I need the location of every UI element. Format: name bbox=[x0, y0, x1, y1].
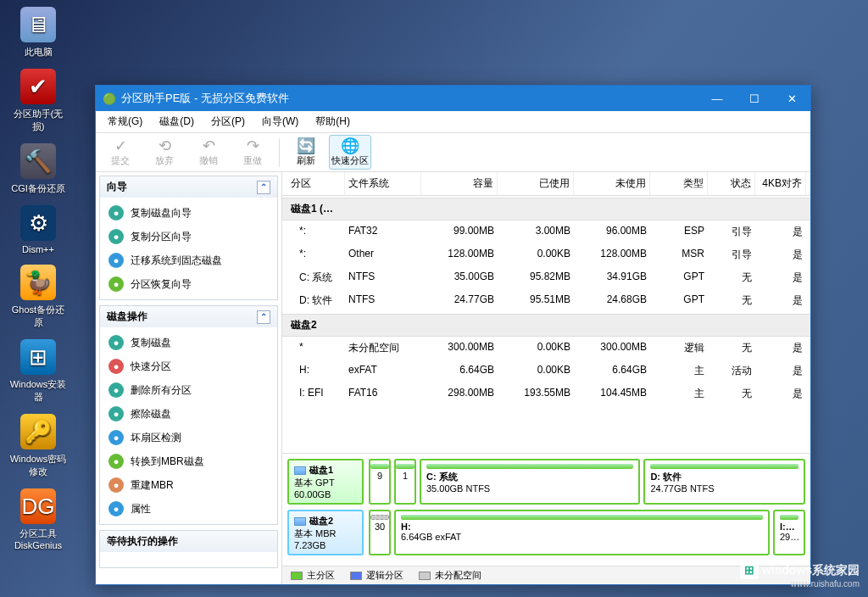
column-header[interactable]: 未使用 bbox=[574, 172, 650, 195]
titlebar[interactable]: 🟢 分区助手PE版 - 无损分区免费软件 — ☐ ✕ bbox=[96, 86, 810, 111]
toolbar: ✓提交⟲放弃↶撤销↷重做🔄刷新🌐快速分区 bbox=[96, 133, 810, 172]
desktop-icon[interactable]: 🖥此电脑 bbox=[8, 7, 68, 59]
sidebar-item[interactable]: ●擦除磁盘 bbox=[103, 402, 274, 426]
column-header[interactable]: 已使用 bbox=[498, 172, 574, 195]
sidebar-item[interactable]: ●快速分区 bbox=[103, 354, 274, 378]
column-header[interactable]: 类型 bbox=[650, 172, 708, 195]
desktop-icon[interactable]: 🦆Ghost备份还原 bbox=[8, 265, 68, 329]
partition-row[interactable]: H:exFAT6.64GB0.00KB6.64GB主活动是 bbox=[282, 360, 810, 382]
partition-row[interactable]: D: 软件NTFS24.77GB95.51MB24.68GBGPT无是 bbox=[282, 289, 810, 312]
table-header: 分区文件系统容量已使用未使用类型状态4KB对齐 bbox=[282, 172, 810, 196]
legend: 主分区 逻辑分区 未分配空间 bbox=[282, 566, 810, 584]
partition-row[interactable]: *未分配空间300.00MB0.00KB300.00MB逻辑无是 bbox=[282, 337, 810, 360]
desktop-icon[interactable]: ⊞Windows安装器 bbox=[8, 339, 68, 404]
menu-item[interactable]: 磁盘(D) bbox=[153, 112, 201, 131]
sidebar-item[interactable]: ●坏扇区检测 bbox=[103, 426, 274, 449]
partition-row[interactable]: *:Other128.00MB0.00KB128.00MBMSR引导是 bbox=[282, 243, 810, 266]
maximize-button[interactable]: ☐ bbox=[736, 86, 773, 111]
sidebar-item[interactable]: ●分区恢复向导 bbox=[103, 272, 274, 296]
sidebar-item[interactable]: ●删除所有分区 bbox=[103, 378, 274, 402]
close-button[interactable]: ✕ bbox=[773, 86, 810, 111]
partition-row[interactable]: *:FAT3299.00MB3.00MB96.00MBESP引导是 bbox=[282, 220, 810, 243]
window-title: 分区助手PE版 - 无损分区免费软件 bbox=[121, 91, 289, 106]
column-header[interactable]: 文件系统 bbox=[345, 172, 421, 195]
menubar: 常规(G)磁盘(D)分区(P)向导(W)帮助(H) bbox=[96, 111, 810, 133]
toolbar-button[interactable]: 🔄刷新 bbox=[285, 136, 327, 169]
partition-table: 磁盘1 (…*:FAT3299.00MB3.00MB96.00MBESP引导是*… bbox=[282, 196, 810, 453]
toolbar-button: ⟲放弃 bbox=[143, 136, 186, 169]
menu-item[interactable]: 分区(P) bbox=[204, 112, 252, 131]
toolbar-button: ✓提交 bbox=[99, 136, 142, 169]
menu-item[interactable]: 向导(W) bbox=[255, 112, 305, 131]
disk-map-2: 磁盘2基本 MBR7.23GB 30 H:6.64GB exFAT I:…29… bbox=[287, 510, 805, 555]
collapse-icon[interactable]: ⌃ bbox=[257, 181, 270, 194]
menu-item[interactable]: 常规(G) bbox=[101, 112, 149, 131]
desktop-icon[interactable]: ✔分区助手(无损) bbox=[8, 69, 68, 133]
toolbar-button: ↶撤销 bbox=[187, 136, 230, 169]
pending-panel: 等待执行的操作 bbox=[99, 530, 278, 568]
toolbar-button[interactable]: 🌐快速分区 bbox=[329, 135, 371, 170]
partition-row[interactable]: C: 系统NTFS35.00GB95.82MB34.91GBGPT无是 bbox=[282, 266, 810, 289]
disk-group-header[interactable]: 磁盘2 bbox=[282, 314, 810, 337]
sidebar-item[interactable]: ●复制分区向导 bbox=[103, 225, 274, 248]
column-header[interactable]: 容量 bbox=[421, 172, 498, 195]
partition-row[interactable]: I: EFIFAT16298.00MB193.55MB104.45MB主无是 bbox=[282, 382, 810, 405]
column-header[interactable]: 状态 bbox=[708, 172, 755, 195]
sidebar-item[interactable]: ●迁移系统到固态磁盘 bbox=[103, 248, 274, 272]
disk-group-header[interactable]: 磁盘1 (… bbox=[282, 198, 810, 220]
sidebar-item[interactable]: ●重建MBR bbox=[103, 473, 274, 497]
column-header[interactable]: 分区 bbox=[282, 172, 345, 195]
watermark: ⊞windows系统家园 www.ruishafu.com bbox=[740, 561, 860, 589]
toolbar-button: ↷重做 bbox=[231, 136, 274, 169]
disk-map-1: 磁盘1基本 GPT60.00GB 9 1 C: 系统35.00GB NTFS D… bbox=[287, 459, 805, 505]
sidebar-item[interactable]: ●转换到MBR磁盘 bbox=[103, 449, 274, 473]
sidebar-item[interactable]: ●复制磁盘 bbox=[103, 331, 274, 354]
main-area: 分区文件系统容量已使用未使用类型状态4KB对齐 磁盘1 (…*:FAT3299.… bbox=[282, 172, 810, 584]
wizard-panel: 向导⌃ ●复制磁盘向导●复制分区向导●迁移系统到固态磁盘●分区恢复向导 bbox=[99, 176, 278, 300]
partition-assistant-window: 🟢 分区助手PE版 - 无损分区免费软件 — ☐ ✕ 常规(G)磁盘(D)分区(… bbox=[95, 85, 811, 585]
column-header[interactable]: 4KB对齐 bbox=[755, 172, 806, 195]
desktop-icon[interactable]: DG分区工具DiskGenius bbox=[8, 488, 68, 550]
desktop-icon[interactable]: 🔑Windows密码修改 bbox=[8, 414, 68, 478]
desktop-icon[interactable]: 🔨CGI备份还原 bbox=[8, 143, 68, 195]
sidebar: 向导⌃ ●复制磁盘向导●复制分区向导●迁移系统到固态磁盘●分区恢复向导 磁盘操作… bbox=[96, 172, 282, 584]
minimize-button[interactable]: — bbox=[698, 86, 736, 111]
desktop-icon[interactable]: ⚙Dism++ bbox=[8, 205, 68, 254]
diskops-panel: 磁盘操作⌃ ●复制磁盘●快速分区●删除所有分区●擦除磁盘●坏扇区检测●转换到MB… bbox=[99, 305, 278, 525]
disk-maps: 磁盘1基本 GPT60.00GB 9 1 C: 系统35.00GB NTFS D… bbox=[282, 453, 810, 566]
menu-item[interactable]: 帮助(H) bbox=[309, 112, 357, 131]
sidebar-item[interactable]: ●复制磁盘向导 bbox=[103, 201, 274, 225]
sidebar-item[interactable]: ●属性 bbox=[103, 497, 274, 521]
collapse-icon[interactable]: ⌃ bbox=[257, 310, 270, 324]
